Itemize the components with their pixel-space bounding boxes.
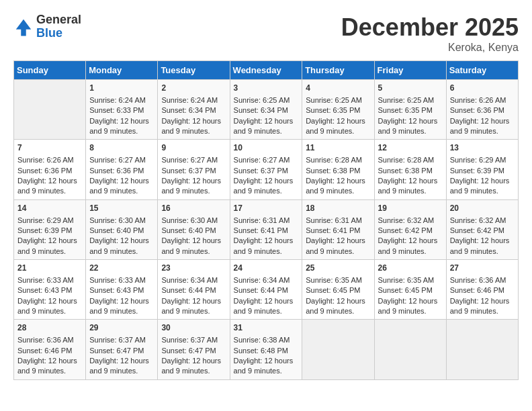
- day-number: 4: [306, 83, 370, 94]
- sunrise-text: Sunrise: 6:25 AM: [234, 96, 290, 104]
- day-number: 20: [450, 203, 515, 214]
- day-number: 10: [234, 142, 299, 154]
- location-title: Keroka, Kenya: [341, 42, 519, 54]
- day-number: 18: [306, 203, 370, 214]
- calendar-cell-w1-d7: 6 Sunrise: 6:26 AM Sunset: 6:36 PM Dayli…: [446, 80, 518, 140]
- sunrise-text: Sunrise: 6:26 AM: [17, 156, 74, 164]
- sunrise-text: Sunrise: 6:30 AM: [161, 216, 218, 224]
- sunrise-text: Sunrise: 6:30 AM: [89, 216, 146, 224]
- sunrise-text: Sunrise: 6:35 AM: [378, 276, 435, 284]
- calendar-cell-w5-d6: [374, 320, 446, 379]
- day-number: 12: [378, 142, 443, 154]
- sunset-text: Sunset: 6:43 PM: [17, 286, 72, 294]
- calendar-cell-w3-d2: 15 Sunrise: 6:30 AM Sunset: 6:40 PM Dayl…: [86, 199, 158, 259]
- daylight-text: Daylight: 12 hours and 9 minutes.: [89, 297, 149, 315]
- calendar-cell-w5-d4: 31 Sunrise: 6:38 AM Sunset: 6:48 PM Dayl…: [230, 320, 302, 379]
- daylight-text: Daylight: 12 hours and 9 minutes.: [17, 236, 77, 255]
- sunset-text: Sunset: 6:41 PM: [234, 226, 288, 234]
- day-number: 16: [161, 203, 226, 214]
- sunset-text: Sunset: 6:34 PM: [161, 106, 216, 114]
- logo-general: General: [36, 13, 81, 27]
- sunset-text: Sunset: 6:45 PM: [306, 286, 360, 294]
- sunset-text: Sunset: 6:45 PM: [378, 286, 433, 294]
- daylight-text: Daylight: 12 hours and 9 minutes.: [161, 177, 221, 195]
- sunset-text: Sunset: 6:33 PM: [89, 106, 144, 114]
- daylight-text: Daylight: 12 hours and 9 minutes.: [161, 297, 221, 315]
- sunrise-text: Sunrise: 6:24 AM: [161, 96, 218, 104]
- calendar-cell-w3-d4: 17 Sunrise: 6:31 AM Sunset: 6:41 PM Dayl…: [230, 199, 302, 259]
- sunrise-text: Sunrise: 6:25 AM: [378, 96, 435, 104]
- day-number: 2: [161, 83, 226, 94]
- sunset-text: Sunset: 6:47 PM: [161, 347, 216, 355]
- day-number: 29: [89, 322, 154, 334]
- calendar-cell-w3-d3: 16 Sunrise: 6:30 AM Sunset: 6:40 PM Dayl…: [158, 199, 230, 259]
- calendar-week-4: 21 Sunrise: 6:33 AM Sunset: 6:43 PM Dayl…: [14, 260, 519, 320]
- header-wednesday: Wednesday: [230, 61, 302, 80]
- calendar-cell-w5-d2: 29 Sunrise: 6:37 AM Sunset: 6:47 PM Dayl…: [86, 320, 158, 379]
- day-number: 1: [89, 83, 154, 94]
- sunrise-text: Sunrise: 6:33 AM: [17, 276, 74, 284]
- daylight-text: Daylight: 12 hours and 9 minutes.: [161, 236, 221, 255]
- sunset-text: Sunset: 6:35 PM: [306, 106, 360, 114]
- calendar-cell-w5-d1: 28 Sunrise: 6:36 AM Sunset: 6:46 PM Dayl…: [14, 320, 86, 379]
- sunrise-text: Sunrise: 6:26 AM: [450, 96, 506, 104]
- daylight-text: Daylight: 12 hours and 9 minutes.: [378, 236, 438, 255]
- calendar-cell-w4-d7: 27 Sunrise: 6:36 AM Sunset: 6:46 PM Dayl…: [446, 260, 518, 320]
- daylight-text: Daylight: 12 hours and 9 minutes.: [450, 297, 510, 315]
- day-number: 7: [17, 142, 82, 154]
- sunrise-text: Sunrise: 6:37 AM: [89, 336, 146, 344]
- daylight-text: Daylight: 12 hours and 9 minutes.: [234, 117, 294, 135]
- title-area: December 2025 Keroka, Kenya: [341, 13, 519, 54]
- daylight-text: Daylight: 12 hours and 9 minutes.: [161, 117, 221, 135]
- day-number: 15: [89, 203, 154, 214]
- sunrise-text: Sunrise: 6:25 AM: [306, 96, 362, 104]
- daylight-text: Daylight: 12 hours and 9 minutes.: [234, 236, 294, 255]
- sunrise-text: Sunrise: 6:38 AM: [234, 336, 290, 344]
- sunset-text: Sunset: 6:40 PM: [89, 226, 144, 234]
- calendar-cell-w3-d6: 19 Sunrise: 6:32 AM Sunset: 6:42 PM Dayl…: [374, 199, 446, 259]
- sunrise-text: Sunrise: 6:27 AM: [161, 156, 218, 164]
- daylight-text: Daylight: 12 hours and 9 minutes.: [450, 177, 510, 195]
- month-title: December 2025: [341, 13, 519, 42]
- sunset-text: Sunset: 6:37 PM: [234, 167, 288, 175]
- daylight-text: Daylight: 12 hours and 9 minutes.: [306, 297, 365, 315]
- sunset-text: Sunset: 6:42 PM: [378, 226, 433, 234]
- calendar-cell-w2-d1: 7 Sunrise: 6:26 AM Sunset: 6:36 PM Dayli…: [14, 140, 86, 199]
- calendar-cell-w5-d7: [446, 320, 518, 379]
- sunset-text: Sunset: 6:37 PM: [161, 167, 216, 175]
- sunrise-text: Sunrise: 6:34 AM: [161, 276, 218, 284]
- sunrise-text: Sunrise: 6:33 AM: [89, 276, 146, 284]
- logo: General Blue: [13, 13, 81, 40]
- sunset-text: Sunset: 6:38 PM: [306, 167, 360, 175]
- day-number: 11: [306, 142, 370, 154]
- sunrise-text: Sunrise: 6:34 AM: [234, 276, 290, 284]
- sunset-text: Sunset: 6:43 PM: [89, 286, 144, 294]
- header-sunday: Sunday: [14, 61, 86, 80]
- daylight-text: Daylight: 12 hours and 9 minutes.: [89, 357, 149, 375]
- day-number: 8: [89, 142, 154, 154]
- sunset-text: Sunset: 6:42 PM: [450, 226, 504, 234]
- sunset-text: Sunset: 6:39 PM: [450, 167, 504, 175]
- logo-text: General Blue: [36, 13, 81, 40]
- daylight-text: Daylight: 12 hours and 9 minutes.: [89, 117, 149, 135]
- sunrise-text: Sunrise: 6:27 AM: [234, 156, 290, 164]
- daylight-text: Daylight: 12 hours and 9 minutes.: [306, 236, 365, 255]
- calendar-cell-w1-d1: [14, 80, 86, 140]
- sunset-text: Sunset: 6:38 PM: [378, 167, 433, 175]
- header-tuesday: Tuesday: [158, 61, 230, 80]
- sunrise-text: Sunrise: 6:35 AM: [306, 276, 362, 284]
- calendar-cell-w1-d5: 4 Sunrise: 6:25 AM Sunset: 6:35 PM Dayli…: [302, 80, 374, 140]
- sunset-text: Sunset: 6:44 PM: [234, 286, 288, 294]
- sunset-text: Sunset: 6:36 PM: [450, 106, 504, 114]
- calendar-cell-w3-d1: 14 Sunrise: 6:29 AM Sunset: 6:39 PM Dayl…: [14, 199, 86, 259]
- calendar-cell-w1-d4: 3 Sunrise: 6:25 AM Sunset: 6:34 PM Dayli…: [230, 80, 302, 140]
- daylight-text: Daylight: 12 hours and 9 minutes.: [89, 236, 149, 255]
- header-monday: Monday: [86, 61, 158, 80]
- calendar-cell-w4-d3: 23 Sunrise: 6:34 AM Sunset: 6:44 PM Dayl…: [158, 260, 230, 320]
- header-thursday: Thursday: [302, 61, 374, 80]
- sunset-text: Sunset: 6:47 PM: [89, 347, 144, 355]
- day-number: 21: [17, 263, 82, 274]
- day-number: 24: [234, 263, 299, 274]
- daylight-text: Daylight: 12 hours and 9 minutes.: [234, 357, 294, 375]
- sunset-text: Sunset: 6:36 PM: [89, 167, 144, 175]
